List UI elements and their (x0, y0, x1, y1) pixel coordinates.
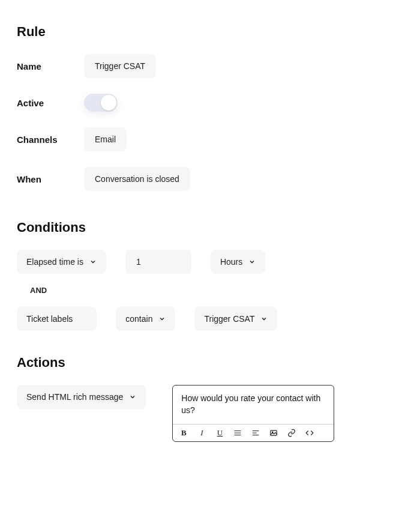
when-input[interactable]: Conversation is closed (84, 167, 190, 191)
chevron-down-icon (260, 315, 268, 322)
condition-value-input-1[interactable] (125, 250, 191, 274)
condition-field-label-1: Elapsed time is (26, 257, 83, 267)
toggle-knob (101, 95, 116, 110)
active-label: Active (17, 98, 84, 108)
link-button[interactable] (287, 428, 296, 438)
condition-field-dropdown-1[interactable]: Elapsed time is (17, 250, 106, 274)
condition-unit-label-1: Hours (220, 257, 242, 267)
condition-field-label-2: Ticket labels (26, 314, 73, 324)
chevron-down-icon (158, 315, 166, 322)
condition-value-label-2: Trigger CSAT (204, 314, 254, 324)
code-button[interactable] (305, 428, 314, 438)
active-toggle[interactable] (84, 94, 118, 112)
code-icon (305, 429, 314, 437)
name-label: Name (17, 61, 84, 71)
when-label: When (17, 174, 84, 184)
rule-section-title: Rule (17, 24, 403, 40)
align-justify-button[interactable] (233, 428, 242, 438)
bold-button[interactable]: B (179, 428, 188, 438)
condition-value-dropdown-2[interactable]: Trigger CSAT (194, 307, 277, 331)
name-input[interactable]: Trigger CSAT (84, 54, 156, 78)
actions-section-title: Actions (17, 355, 403, 370)
chevron-down-icon (89, 258, 97, 265)
editor-toolbar: B I U (173, 424, 334, 441)
align-left-button[interactable] (251, 428, 260, 438)
rich-text-editor: How would you rate your contact with us?… (172, 385, 334, 442)
condition-operator-dropdown-2[interactable]: contain (116, 307, 175, 331)
link-icon (287, 429, 296, 437)
chevron-down-icon (129, 393, 136, 401)
image-icon (269, 429, 278, 437)
align-justify-icon (233, 429, 242, 437)
chevron-down-icon (248, 258, 256, 265)
condition-unit-dropdown-1[interactable]: Hours (211, 250, 265, 274)
channels-label: Channels (17, 135, 84, 145)
and-connector: AND (30, 286, 403, 295)
underline-button[interactable]: U (215, 428, 224, 438)
conditions-section-title: Conditions (17, 220, 403, 235)
italic-button[interactable]: I (197, 428, 206, 438)
image-button[interactable] (269, 428, 278, 438)
action-type-label: Send HTML rich message (26, 392, 123, 402)
channels-input[interactable]: Email (84, 127, 127, 151)
align-left-icon (251, 429, 260, 437)
editor-content[interactable]: How would you rate your contact with us? (173, 386, 334, 424)
action-type-dropdown[interactable]: Send HTML rich message (17, 385, 146, 409)
condition-operator-label-2: contain (125, 314, 152, 324)
condition-field-dropdown-2[interactable]: Ticket labels (17, 307, 97, 331)
